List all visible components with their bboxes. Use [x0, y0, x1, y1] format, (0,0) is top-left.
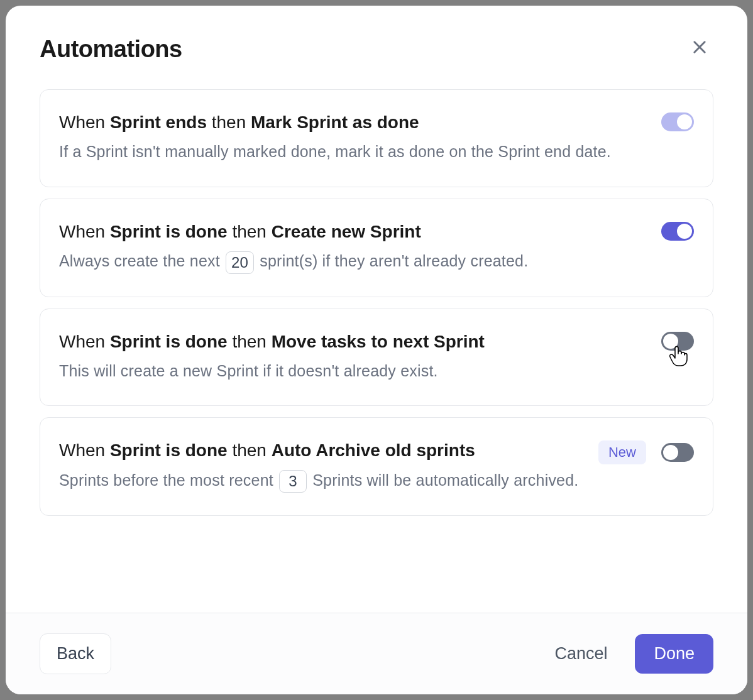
automation-controls: [661, 329, 694, 351]
automation-title: When Sprint is done then Create new Spri…: [59, 219, 646, 244]
toggle-knob: [677, 114, 692, 129]
done-button[interactable]: Done: [635, 634, 713, 674]
automation-description: Sprints before the most recent 3 Sprints…: [59, 468, 583, 493]
modal-footer: Back Cancel Done: [6, 613, 747, 694]
automation-text: When Sprint is done then Auto Archive ol…: [59, 438, 583, 493]
toggle-auto-archive[interactable]: [661, 443, 694, 462]
close-icon: [691, 38, 708, 56]
automation-text: When Sprint is done then Move tasks to n…: [59, 329, 646, 383]
back-button[interactable]: Back: [40, 633, 111, 674]
toggle-knob: [663, 445, 678, 460]
automation-title: When Sprint is done then Auto Archive ol…: [59, 438, 583, 462]
toggle-mark-sprint-done[interactable]: [661, 112, 694, 131]
footer-right: Cancel Done: [547, 634, 713, 674]
automation-title: When Sprint is done then Move tasks to n…: [59, 329, 646, 354]
automation-description: If a Sprint isn't manually marked done, …: [59, 139, 646, 164]
automation-move-tasks: When Sprint is done then Move tasks to n…: [40, 309, 713, 407]
automations-modal: Automations When Sprint ends then Mark S…: [6, 6, 747, 694]
modal-title: Automations: [40, 36, 182, 63]
automation-text: When Sprint ends then Mark Sprint as don…: [59, 110, 646, 164]
cancel-button[interactable]: Cancel: [547, 634, 615, 674]
automation-controls: [661, 219, 694, 241]
archive-count-input[interactable]: 3: [279, 470, 307, 493]
sprint-count-input[interactable]: 20: [226, 251, 254, 274]
automation-controls: [661, 110, 694, 131]
close-button[interactable]: [686, 33, 713, 63]
automation-text: When Sprint is done then Create new Spri…: [59, 219, 646, 274]
toggle-create-new-sprint[interactable]: [661, 222, 694, 241]
toggle-knob: [663, 334, 678, 349]
automation-description: Always create the next 20 sprint(s) if t…: [59, 249, 646, 273]
automation-controls: New: [598, 438, 694, 464]
toggle-move-tasks[interactable]: [661, 332, 694, 351]
automation-description: This will create a new Sprint if it does…: [59, 359, 646, 383]
automation-auto-archive: When Sprint is done then Auto Archive ol…: [40, 417, 713, 516]
modal-body: When Sprint ends then Mark Sprint as don…: [6, 63, 747, 613]
automation-title: When Sprint ends then Mark Sprint as don…: [59, 110, 646, 134]
automation-create-new-sprint: When Sprint is done then Create new Spri…: [40, 199, 713, 297]
modal-header: Automations: [6, 6, 747, 63]
pointer-cursor-icon: [669, 346, 688, 369]
automation-mark-sprint-done: When Sprint ends then Mark Sprint as don…: [40, 89, 713, 187]
toggle-knob: [677, 224, 692, 239]
new-badge: New: [598, 440, 646, 464]
